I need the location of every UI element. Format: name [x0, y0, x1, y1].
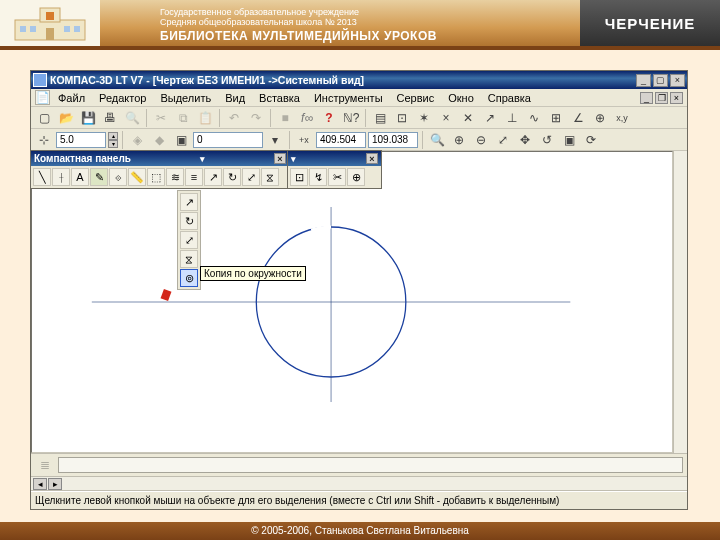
menu-view[interactable]: Вид — [219, 91, 251, 105]
property-field[interactable] — [58, 457, 683, 473]
f2-b-icon[interactable]: ↯ — [309, 168, 327, 186]
open-icon[interactable]: 📂 — [56, 108, 76, 128]
close-button[interactable]: × — [670, 74, 685, 87]
print-icon[interactable]: 🖶 — [100, 108, 120, 128]
drawing-canvas[interactable]: Компактная панель ▾ × ╲ ⟊ A ✎ ⟐ 📏 ⬚ ≋ ≡ … — [31, 151, 673, 453]
edit-subtools[interactable]: ↗ ↻ ⤢ ⧖ ⊚ — [177, 190, 201, 290]
zoom-all-icon[interactable]: ▣ — [559, 130, 579, 150]
step-field[interactable]: 5.0 — [56, 132, 106, 148]
assoc-icon[interactable]: ≋ — [166, 168, 184, 186]
dim-icon[interactable]: ⟊ — [52, 168, 70, 186]
horizontal-scrollbar[interactable]: ◂ ▸ — [31, 477, 687, 491]
state-field[interactable]: 0 — [193, 132, 263, 148]
menu-help[interactable]: Справка — [482, 91, 537, 105]
page-banner: Государственное образовательное учрежден… — [0, 0, 720, 46]
prop-style-icon[interactable]: ≣ — [35, 455, 55, 475]
help-icon[interactable]: ? — [319, 108, 339, 128]
move2-icon[interactable]: ↗ — [204, 168, 222, 186]
doc-icon[interactable]: 📄 — [35, 90, 50, 105]
copy-circle-tool-icon[interactable]: ⊚ — [180, 269, 198, 287]
zoom-scale-icon[interactable]: ⤢ — [493, 130, 513, 150]
mdi-close[interactable]: × — [670, 92, 683, 104]
vertical-scrollbar[interactable] — [673, 151, 687, 453]
axis-x-icon[interactable]: × — [436, 108, 456, 128]
refresh-icon[interactable]: ⟳ — [581, 130, 601, 150]
symbol-icon[interactable]: A — [71, 168, 89, 186]
f2-d-icon[interactable]: ⊕ — [347, 168, 365, 186]
snap-node-icon[interactable]: ⊡ — [392, 108, 412, 128]
svg-rect-4 — [30, 26, 36, 32]
select2-icon[interactable]: ⬚ — [147, 168, 165, 186]
layer-c-icon[interactable]: ▣ — [171, 130, 191, 150]
status-bar: Щелкните левой кнопкой мыши на объекте д… — [31, 491, 687, 509]
geom-icon[interactable]: ╲ — [33, 168, 51, 186]
xy-icon[interactable]: x,y — [612, 108, 632, 128]
rotate-tool-icon[interactable]: ↻ — [180, 212, 198, 230]
maximize-button[interactable]: ▢ — [653, 74, 668, 87]
float2-close[interactable]: × — [366, 153, 378, 164]
f2-c-icon[interactable]: ✂ — [328, 168, 346, 186]
paste-icon[interactable]: 📋 — [195, 108, 215, 128]
move-icon[interactable]: ↗ — [480, 108, 500, 128]
zoom-prev-icon[interactable]: ↺ — [537, 130, 557, 150]
hscroll-left[interactable]: ◂ — [33, 478, 47, 490]
coord-mode-icon[interactable]: +x — [294, 130, 314, 150]
angle-icon[interactable]: ∠ — [568, 108, 588, 128]
redo-icon[interactable]: ↷ — [246, 108, 266, 128]
symmetry-tool-icon[interactable]: ⧖ — [180, 250, 198, 268]
mirror-icon[interactable]: ⧖ — [261, 168, 279, 186]
cursor-help-icon[interactable]: ℕ? — [341, 108, 361, 128]
menu-file[interactable]: Файл — [52, 91, 91, 105]
menu-insert[interactable]: Вставка — [253, 91, 306, 105]
measure-icon[interactable]: 📏 — [128, 168, 146, 186]
f2-a-icon[interactable]: ⊡ — [290, 168, 308, 186]
rotate-icon[interactable]: ↻ — [223, 168, 241, 186]
compact-panel-close[interactable]: × — [274, 153, 286, 164]
grid-icon[interactable]: ⊞ — [546, 108, 566, 128]
undo-icon[interactable]: ↶ — [224, 108, 244, 128]
edit-icon[interactable]: ✎ — [90, 168, 108, 186]
minimize-button[interactable]: _ — [636, 74, 651, 87]
menu-editor[interactable]: Редактор — [93, 91, 152, 105]
hscroll-right[interactable]: ▸ — [48, 478, 62, 490]
float-panel-2[interactable]: ▾ × ⊡ ↯ ✂ ⊕ — [287, 150, 382, 189]
zoom-in-icon[interactable]: ⊕ — [449, 130, 469, 150]
compact-panel-title[interactable]: Компактная панель ▾ × — [31, 151, 289, 166]
scale-tool-icon[interactable]: ⤢ — [180, 231, 198, 249]
param-icon[interactable]: ⟐ — [109, 168, 127, 186]
layer-a-icon[interactable]: ◈ — [127, 130, 147, 150]
coord-x: 409.504 — [316, 132, 366, 148]
zoom-window-icon[interactable]: 🔍 — [427, 130, 447, 150]
coord-icon[interactable]: ✶ — [414, 108, 434, 128]
layer-b-icon[interactable]: ◆ — [149, 130, 169, 150]
scale-icon[interactable]: ⤢ — [242, 168, 260, 186]
dropdown-icon[interactable]: ▾ — [265, 130, 285, 150]
fx-icon[interactable]: f∞ — [297, 108, 317, 128]
mdi-restore[interactable]: ❐ — [655, 92, 668, 104]
menu-select[interactable]: Выделить — [154, 91, 217, 105]
move-tool-icon[interactable]: ↗ — [180, 193, 198, 211]
menu-service[interactable]: Сервис — [391, 91, 441, 105]
step-spin[interactable]: ▴▾ — [108, 132, 118, 148]
new-icon[interactable]: ▢ — [34, 108, 54, 128]
spec-icon[interactable]: ≡ — [185, 168, 203, 186]
perp-icon[interactable]: ⊥ — [502, 108, 522, 128]
float2-title[interactable]: ▾ × — [288, 151, 381, 166]
mdi-minimize[interactable]: _ — [640, 92, 653, 104]
tangent-icon[interactable]: ∿ — [524, 108, 544, 128]
axis-y-icon[interactable]: ✕ — [458, 108, 478, 128]
layers-icon[interactable]: ▤ — [370, 108, 390, 128]
center-icon[interactable]: ⊕ — [590, 108, 610, 128]
menu-window[interactable]: Окно — [442, 91, 480, 105]
stop-icon[interactable]: ■ — [275, 108, 295, 128]
separator — [289, 131, 290, 149]
zoom-out-icon[interactable]: ⊖ — [471, 130, 491, 150]
ortho-icon[interactable]: ⊹ — [34, 130, 54, 150]
pan-icon[interactable]: ✥ — [515, 130, 535, 150]
compact-panel[interactable]: Компактная панель ▾ × ╲ ⟊ A ✎ ⟐ 📏 ⬚ ≋ ≡ … — [30, 150, 290, 189]
menu-tools[interactable]: Инструменты — [308, 91, 389, 105]
preview-icon[interactable]: 🔍 — [122, 108, 142, 128]
copy-icon[interactable]: ⧉ — [173, 108, 193, 128]
cut-icon[interactable]: ✂ — [151, 108, 171, 128]
save-icon[interactable]: 💾 — [78, 108, 98, 128]
